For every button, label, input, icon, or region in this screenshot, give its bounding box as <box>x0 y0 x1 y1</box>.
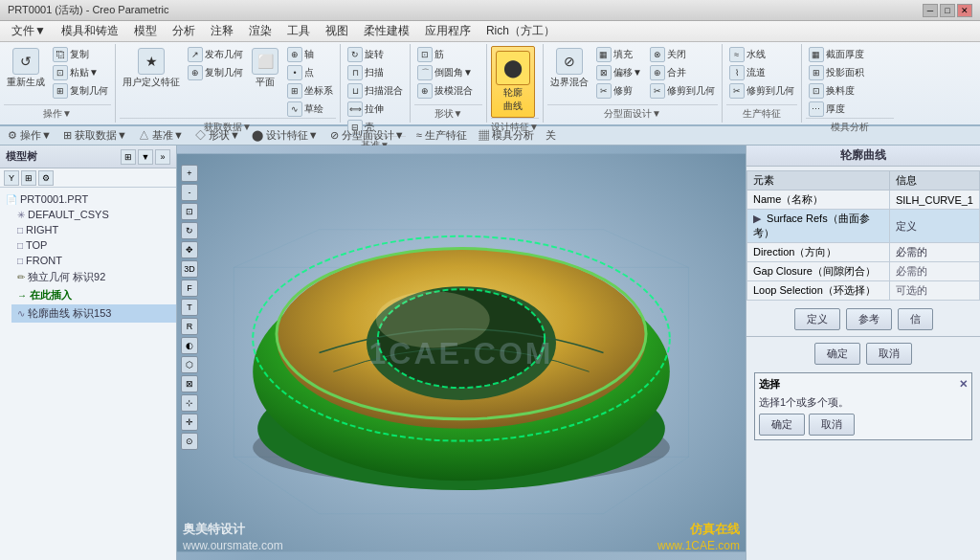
select-close-button[interactable]: ✕ <box>959 378 968 391</box>
ribbon-btn-projarea[interactable]: ⊞投影面积 <box>806 64 867 81</box>
ribbon-btn-fill[interactable]: ▦填充 <box>593 46 645 63</box>
ribbon-btn-sweepmix[interactable]: ⊔扫描混合 <box>345 82 406 100</box>
tab-parting[interactable]: ⊘ 分型面设计▼ <box>330 128 405 143</box>
nav-pan[interactable]: ✥ <box>181 241 198 258</box>
nav-section[interactable]: ⊠ <box>181 375 198 392</box>
tree-item-insert[interactable]: → 在此插入 <box>11 286 176 304</box>
prop-row-name[interactable]: Name（名称） SILH_CURVE_1 <box>747 190 980 210</box>
ribbon-btn-sectionthick[interactable]: ▦截面厚度 <box>806 46 867 63</box>
prop-row-loop[interactable]: Loop Selection（环选择） 可选的 <box>747 281 980 301</box>
nav-zoom-in[interactable]: + <box>181 165 198 182</box>
nav-csys[interactable]: ✛ <box>181 414 198 431</box>
tab-base[interactable]: △ 基准▼ <box>139 128 184 143</box>
tree-item-right[interactable]: □ RIGHT <box>11 222 176 237</box>
ribbon-btn-thickness[interactable]: ⋯厚度 <box>806 101 867 118</box>
nav-datum[interactable]: ⊹ <box>181 394 198 412</box>
menu-analysis[interactable]: 分析 <box>165 21 203 41</box>
ribbon-btn-runner[interactable]: ⌇流道 <box>726 64 797 81</box>
ribbon-btn-boundary[interactable]: ⊘ 边界混合 <box>547 46 591 91</box>
sidebar-tool-btn-3[interactable]: » <box>155 149 170 165</box>
menu-view[interactable]: 视图 <box>318 21 356 41</box>
ribbon-btn-trimgeo2[interactable]: ✂修剪到几何 <box>726 82 797 100</box>
ribbon-btn-userfeature[interactable]: ★ 用户定义特征 <box>120 46 183 91</box>
ribbon-btn-copygeo2[interactable]: ⊕复制几何 <box>185 64 246 81</box>
nav-zoom-fit[interactable]: ⊡ <box>181 203 198 220</box>
tree-item-root[interactable]: 📄 PRT0001.PRT <box>0 191 176 207</box>
close-button[interactable]: ✕ <box>957 4 972 17</box>
nav-rotate[interactable]: ↻ <box>181 222 198 239</box>
panel-trust-button[interactable]: 信 <box>898 308 933 330</box>
ribbon-btn-point[interactable]: •点 <box>284 64 336 81</box>
menu-file[interactable]: 文件▼ <box>4 21 54 41</box>
ribbon-btn-publishgeo[interactable]: ↗发布几何 <box>185 46 246 63</box>
ribbon-btn-trimgeo[interactable]: ✂修剪到几何 <box>647 82 718 100</box>
ribbon-btn-rib[interactable]: ⊡筋 <box>414 46 476 63</box>
menu-tools[interactable]: 工具 <box>279 21 318 41</box>
nav-zoom-out[interactable]: - <box>181 184 198 201</box>
tab-moldanalysis[interactable]: ▦ 模具分析 <box>479 128 534 143</box>
select-cancel-button[interactable]: 取消 <box>809 414 855 436</box>
sidebar-tool-btn-2[interactable]: ▼ <box>138 149 153 165</box>
nav-3d[interactable]: 3D <box>181 260 198 278</box>
tree-item-front[interactable]: □ FRONT <box>11 253 176 268</box>
ribbon-btn-axis[interactable]: ⊕轴 <box>284 46 336 63</box>
prop-row-surface[interactable]: ▶ Surface Refs（曲面参考） 定义 <box>747 210 980 243</box>
ribbon-btn-sketch[interactable]: ∿草绘 <box>284 101 336 118</box>
menu-apps[interactable]: 应用程序 <box>417 21 479 41</box>
nav-right[interactable]: R <box>181 318 198 335</box>
ribbon-btn-offset[interactable]: ⊠偏移▼ <box>593 64 645 81</box>
ribbon-btn-trim[interactable]: ✂修剪 <box>593 82 645 100</box>
tab-shape[interactable]: ◇ 形状▼ <box>195 128 240 143</box>
ribbon-btn-waterline[interactable]: ≈水线 <box>726 46 797 63</box>
select-ok-button[interactable]: 确定 <box>759 414 805 436</box>
panel-cancel-button[interactable]: 取消 <box>866 343 912 365</box>
sidebar-tool-btn-1[interactable]: ⊞ <box>121 149 136 165</box>
ribbon-btn-rotate[interactable]: ↻旋转 <box>345 46 406 63</box>
menu-rich[interactable]: Rich（方工） <box>479 21 563 41</box>
menu-render[interactable]: 渲染 <box>241 21 279 41</box>
prop-row-gap[interactable]: Gap Closure（间隙闭合） 必需的 <box>747 262 980 281</box>
menu-model[interactable]: 模型 <box>126 21 165 41</box>
tree-item-sketch[interactable]: ✏ 独立几何 标识92 <box>11 268 176 286</box>
nav-spin-center[interactable]: ⊙ <box>181 433 198 450</box>
ribbon-btn-merge[interactable]: ⊕合并 <box>647 64 718 81</box>
minimize-button[interactable]: ─ <box>923 4 938 17</box>
panel-define-button[interactable]: 定义 <box>794 308 840 330</box>
sidebar-settings-btn[interactable]: ⚙ <box>38 170 54 186</box>
ribbon-btn-extrude[interactable]: ⟺拉伸 <box>345 101 406 118</box>
ribbon-btn-copy[interactable]: ⿻复制 <box>50 46 111 63</box>
ribbon-btn-draftblend[interactable]: ⊕拔模混合 <box>414 82 476 100</box>
menu-flexible[interactable]: 柔性建模 <box>356 21 417 41</box>
ribbon-btn-plane[interactable]: ⬜ 平面 <box>248 46 282 91</box>
menu-mold[interactable]: 模具和铸造 <box>54 21 126 41</box>
ribbon-btn-sweep[interactable]: ⊓扫描 <box>345 64 406 81</box>
ribbon-btn-copygeo[interactable]: ⊞复制几何 <box>50 82 111 100</box>
nav-front[interactable]: F <box>181 280 198 297</box>
tab-data[interactable]: ⊞ 获取数据▼ <box>63 128 127 143</box>
ribbon-btn-close[interactable]: ⊗关闭 <box>647 46 718 63</box>
tree-item-csys[interactable]: ✳ DEFAULT_CSYS <box>11 207 176 222</box>
ribbon-btn-paste[interactable]: ⊡粘贴▼ <box>50 64 111 81</box>
menu-annotation[interactable]: 注释 <box>203 21 241 41</box>
tree-item-curve[interactable]: ∿ 轮廓曲线 标识153 <box>11 304 176 323</box>
ribbon-btn-csys[interactable]: ⊞坐标系 <box>284 82 336 100</box>
nav-top[interactable]: T <box>181 299 198 316</box>
ribbon-btn-replacemat[interactable]: ⊡换料度 <box>806 82 867 100</box>
prop-row-direction[interactable]: Direction（方向） 必需的 <box>747 243 980 262</box>
canvas-area[interactable]: + - ⊡ ↻ ✥ 3D F T R ◐ ⬡ ⊠ ⊹ ✛ ⊙ 奥美特设计 www… <box>177 146 746 560</box>
tab-more[interactable]: 关 <box>546 128 556 143</box>
nav-shading[interactable]: ◐ <box>181 337 198 354</box>
panel-confirm-button[interactable]: 确定 <box>814 343 860 365</box>
tree-item-top[interactable]: □ TOP <box>11 237 176 253</box>
ribbon-btn-contour[interactable]: ⬤ 轮廓曲线 <box>491 46 535 118</box>
ribbon-btn-regenerate[interactable]: ↺ 重新生成 <box>4 46 48 91</box>
sidebar-expand-btn[interactable]: ⊞ <box>21 170 36 186</box>
nav-wireframe[interactable]: ⬡ <box>181 356 198 373</box>
ribbon-btn-chamfer[interactable]: ⌒倒圆角▼ <box>414 64 476 81</box>
tab-ops[interactable]: ⚙ 操作▼ <box>8 128 52 143</box>
maximize-button[interactable]: □ <box>940 4 955 17</box>
tab-production[interactable]: ≈ 生产特征 <box>416 128 467 143</box>
sidebar-filter-btn[interactable]: Y <box>4 170 19 186</box>
tab-design[interactable]: ⬤ 设计特征▼ <box>252 128 319 143</box>
panel-ref-button[interactable]: 参考 <box>846 308 892 330</box>
